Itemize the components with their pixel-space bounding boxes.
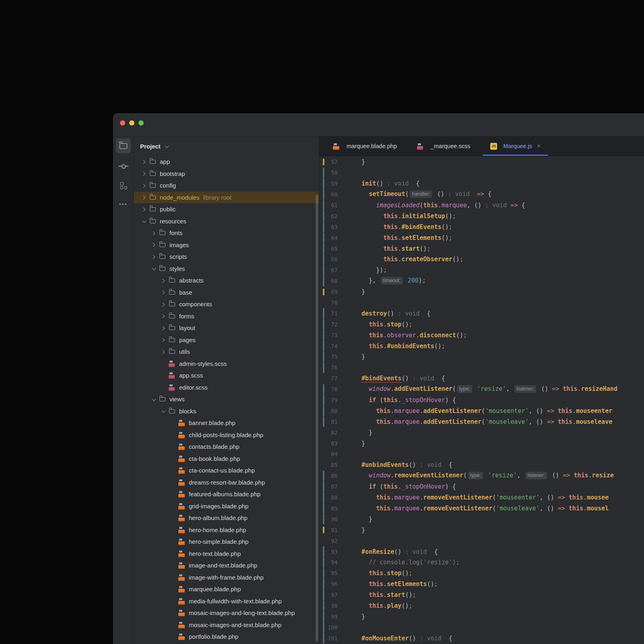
- code-line-84[interactable]: 84: [319, 449, 644, 460]
- code-line-90[interactable]: 90 }: [319, 514, 644, 524]
- tree-item-dreams-resort-bar-blade-php[interactable]: dreams-resort-bar.blade.php: [134, 477, 319, 489]
- tree-item-layout[interactable]: layout: [134, 322, 319, 334]
- chevron-right-icon[interactable]: [160, 277, 167, 284]
- code-line-80[interactable]: 80 this.marquee.addEventListener('mousee…: [319, 405, 644, 416]
- close-tab-icon[interactable]: ×: [537, 142, 541, 150]
- code-line-72[interactable]: 72 this.stop();: [319, 319, 644, 330]
- code-line-70[interactable]: 70: [319, 297, 644, 308]
- tree-item-media-fullwidth-with-text-blade-php[interactable]: media-fullwidth-with-text.blade.php: [134, 595, 319, 607]
- tree-item-node-modules[interactable]: node_moduleslibrary root: [134, 192, 319, 204]
- code-line-66[interactable]: 66 this.createObserver();: [319, 254, 644, 265]
- tree-item-cta-book-blade-php[interactable]: cta-book.blade.php: [134, 453, 319, 465]
- tree-item-admin-styles-scss[interactable]: admin-styles.scss: [134, 358, 319, 370]
- code-line-76[interactable]: 76: [319, 362, 644, 373]
- tree-item-marquee-blade-php[interactable]: marquee.blade.php: [134, 583, 319, 595]
- code-line-87[interactable]: 87 if (this._stopOnHover) {: [319, 481, 644, 492]
- project-panel-scrollbar[interactable]: [316, 195, 318, 642]
- code-line-75[interactable]: 75 }: [319, 351, 644, 362]
- code-line-97[interactable]: 97 this.start();: [319, 590, 644, 601]
- code-line-82[interactable]: 82 }: [319, 427, 644, 438]
- tree-item-contacts-blade-php[interactable]: contacts.blade.php: [134, 441, 319, 453]
- chevron-right-icon[interactable]: [151, 230, 157, 236]
- code-line-95[interactable]: 95 this.stop();: [319, 568, 644, 579]
- chevron-right-icon[interactable]: [141, 194, 147, 200]
- chevron-right-icon[interactable]: [160, 349, 167, 355]
- more-tool-windows-button[interactable]: •••: [116, 197, 131, 212]
- code-line-63[interactable]: 63 this.#bindEvents();: [319, 221, 644, 232]
- tree-item-image-and-text-blade-php[interactable]: image-and-text.blade.php: [134, 559, 319, 572]
- code-line-62[interactable]: 62 this.initialSetup();: [319, 211, 644, 221]
- zoom-window-button[interactable]: [138, 120, 144, 126]
- tree-item-views[interactable]: views: [134, 393, 319, 405]
- chevron-right-icon[interactable]: [141, 170, 147, 177]
- tree-item-cta-contact-us-blade-php[interactable]: cta-contact-us.blade.php: [134, 464, 319, 477]
- code-line-96[interactable]: 96 this.setElements();: [319, 579, 644, 590]
- code-editor[interactable]: 57 }5859 init() : void {60 setTimeout(ha…: [319, 156, 644, 644]
- code-line-101[interactable]: 101 #onMouseEnter() : void {: [319, 633, 644, 644]
- tree-item-image-with-frame-blade-php[interactable]: image-with-frame.blade.php: [134, 572, 319, 584]
- tree-item-hero-simple-blade-php[interactable]: hero-simple.blade.php: [134, 536, 319, 548]
- chevron-right-icon[interactable]: [141, 182, 147, 189]
- code-line-60[interactable]: 60 setTimeout(handler: () : void => {: [319, 189, 644, 200]
- chevron-down-icon[interactable]: [151, 265, 157, 272]
- editor-tab-marquee-js[interactable]: Marquee.js×: [483, 136, 548, 156]
- code-line-64[interactable]: 64 this.setElements();: [319, 232, 644, 243]
- chevron-right-icon[interactable]: [141, 159, 147, 165]
- tree-item-bootstrap[interactable]: bootstrap: [134, 168, 319, 180]
- chevron-right-icon[interactable]: [151, 242, 157, 248]
- chevron-right-icon[interactable]: [160, 301, 167, 308]
- code-line-58[interactable]: 58: [319, 167, 644, 178]
- tree-item-hero-home-blade-php[interactable]: hero-home.blade.php: [134, 524, 319, 536]
- tree-item-mosaic-images-and-text-blade-php[interactable]: mosaic-images-and-text.blade.php: [134, 619, 319, 631]
- code-line-89[interactable]: 89 this.marquee.removeEventListener('mou…: [319, 503, 644, 514]
- commit-tool-window-button[interactable]: [116, 159, 131, 173]
- code-line-71[interactable]: 71 destroy() : void {: [319, 308, 644, 319]
- code-line-69[interactable]: 69 }: [319, 287, 644, 297]
- code-line-92[interactable]: 92: [319, 535, 644, 546]
- tree-item-portfolio-blade-php[interactable]: portfolio.blade.php: [134, 631, 319, 643]
- tree-item-app[interactable]: app: [134, 156, 319, 168]
- chevron-right-icon[interactable]: [160, 325, 167, 331]
- code-line-88[interactable]: 88 this.marquee.removeEventListener('mou…: [319, 492, 644, 503]
- tree-item-hero-album-blade-php[interactable]: hero-album.blade.php: [134, 512, 319, 524]
- structure-tool-window-button[interactable]: [116, 178, 131, 193]
- chevron-right-icon[interactable]: [141, 206, 147, 213]
- minimize-window-button[interactable]: [129, 120, 134, 126]
- code-line-78[interactable]: 78 window.addEventListener(type: 'resize…: [319, 384, 644, 395]
- chevron-right-icon[interactable]: [160, 289, 167, 295]
- tree-item-images[interactable]: images: [134, 239, 319, 251]
- tree-item-editor-scss[interactable]: editor.scss: [134, 382, 319, 394]
- code-line-73[interactable]: 73 this.observer.disconnect();: [319, 330, 644, 341]
- code-line-68[interactable]: 68 }, timeout: 200);: [319, 276, 644, 287]
- code-line-83[interactable]: 83 }: [319, 438, 644, 449]
- tree-item-pages[interactable]: pages: [134, 334, 319, 346]
- tree-item-base[interactable]: base: [134, 287, 319, 299]
- code-line-98[interactable]: 98 this.play();: [319, 601, 644, 611]
- editor-tab-marquee-blade-php[interactable]: marquee.blade.php: [325, 136, 405, 156]
- code-line-100[interactable]: 100: [319, 622, 644, 633]
- code-line-91[interactable]: 91 }: [319, 524, 644, 535]
- tree-item-child-posts-listing-blade-php[interactable]: child-posts-listing.blade.php: [134, 429, 319, 441]
- code-line-94[interactable]: 94 // console.log('resize');: [319, 557, 644, 568]
- chevron-right-icon[interactable]: [160, 336, 167, 343]
- tree-item-scripts[interactable]: scripts: [134, 251, 319, 263]
- code-line-77[interactable]: 77 #bindEvents() : void {: [319, 373, 644, 384]
- code-line-61[interactable]: 61 imagesLoaded(this.marquee, () : void …: [319, 200, 644, 211]
- tree-item-featured-albums-blade-php[interactable]: featured-albums.blade.php: [134, 488, 319, 500]
- chevron-down-icon[interactable]: [160, 408, 167, 414]
- code-line-86[interactable]: 86 window.removeEventListener(type: 'res…: [319, 471, 644, 481]
- chevron-down-icon[interactable]: [141, 218, 147, 224]
- code-line-93[interactable]: 93 #onResize() : void {: [319, 546, 644, 557]
- code-line-67[interactable]: 67 });: [319, 265, 644, 276]
- code-line-99[interactable]: 99 }: [319, 611, 644, 622]
- code-line-79[interactable]: 79 if (this._stopOnHover) {: [319, 395, 644, 406]
- tree-item-banner-blade-php[interactable]: banner.blade.php: [134, 417, 319, 429]
- tree-item-hero-text-blade-php[interactable]: hero-text.blade.php: [134, 548, 319, 560]
- tree-item-mosaic-images-and-long-text-blade-php[interactable]: mosaic-images-and-long-text.blade.php: [134, 607, 319, 619]
- chevron-right-icon[interactable]: [151, 254, 157, 260]
- tree-item-fonts[interactable]: fonts: [134, 227, 319, 239]
- tree-item-utils[interactable]: utils: [134, 346, 319, 358]
- tree-item-abstracts[interactable]: abstracts: [134, 275, 319, 287]
- editor-tab--marquee-scss[interactable]: _marquee.scss: [409, 136, 478, 156]
- tree-item-forms[interactable]: forms: [134, 310, 319, 322]
